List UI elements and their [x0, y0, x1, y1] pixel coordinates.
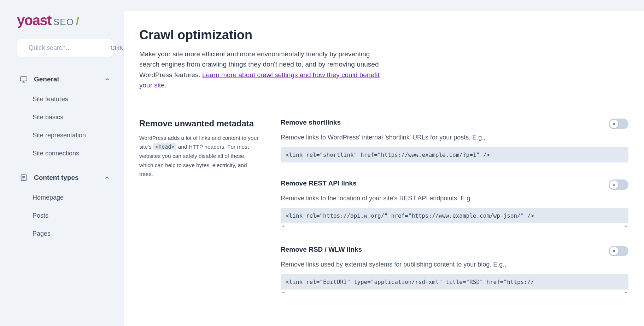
sidebar: yoast SEO / CtrlK General Site features …	[0, 0, 124, 326]
logo-slash: /	[76, 16, 79, 28]
toggle-remove-rsd-wlw[interactable]	[609, 246, 628, 256]
scroll-hint: ◂▸	[281, 290, 628, 295]
svg-rect-2	[21, 77, 27, 81]
setting-remove-shortlinks: Remove shortlinks Remove links to WordPr…	[281, 119, 628, 162]
nav-section-general: General Site features Site basics Site r…	[17, 71, 113, 162]
page-title: Crawl optimization	[139, 28, 628, 42]
logo-brand: yoast	[17, 12, 51, 28]
setting-remove-rsd-wlw: Remove RSD / WLW links Remove links used…	[281, 246, 628, 295]
section-title: Remove unwanted metadata	[139, 119, 259, 128]
toggle-knob	[610, 247, 618, 255]
logo: yoast SEO /	[17, 12, 113, 28]
search-input[interactable]	[29, 44, 111, 52]
sidebar-item-homepage[interactable]: Homepage	[17, 189, 113, 207]
setting-description: Remove links to the location of your sit…	[281, 194, 628, 203]
close-icon	[612, 122, 616, 126]
sidebar-item-pages[interactable]: Pages	[17, 225, 113, 243]
nav-header-general[interactable]: General	[17, 71, 113, 87]
nav-header-label: General	[34, 75, 104, 83]
chevron-up-icon	[104, 76, 110, 82]
nav-items-content-types: Homepage Posts Pages	[17, 189, 113, 243]
section-desc-code: <head>	[153, 143, 176, 150]
page-description: Make your site more efficient and more e…	[139, 49, 380, 91]
code-block: <link rel="shortlink" href="https://www.…	[281, 147, 628, 162]
nav-header-content-types[interactable]: Content types	[17, 170, 113, 186]
section-remove-metadata: Remove unwanted metadata WordPress adds …	[124, 105, 644, 325]
search-shortcut: CtrlK	[111, 45, 123, 51]
document-icon	[20, 174, 28, 182]
sidebar-item-site-basics[interactable]: Site basics	[17, 108, 113, 126]
page-description-suffix: .	[165, 81, 166, 89]
toggle-remove-shortlinks[interactable]	[609, 119, 628, 129]
sidebar-item-site-connections[interactable]: Site connections	[17, 144, 113, 162]
setting-description: Remove links to WordPress' internal 'sho…	[281, 133, 628, 142]
setting-remove-rest-api: Remove REST API links Remove links to th…	[281, 179, 628, 229]
code-block: <link rel="EditURI" type="application/rs…	[281, 274, 628, 290]
main-content: Crawl optimization Make your site more e…	[124, 11, 644, 326]
settings-list: Remove shortlinks Remove links to WordPr…	[281, 119, 628, 312]
setting-title: Remove REST API links	[281, 179, 357, 187]
close-icon	[612, 249, 616, 253]
sidebar-item-site-representation[interactable]: Site representation	[17, 126, 113, 144]
search-box[interactable]: CtrlK	[17, 39, 113, 57]
code-block: <link rel="https://api.w.org/" href="htt…	[281, 208, 628, 223]
toggle-remove-rest-api[interactable]	[609, 179, 628, 190]
toggle-knob	[610, 181, 618, 189]
setting-title: Remove RSD / WLW links	[281, 246, 362, 253]
setting-title: Remove shortlinks	[281, 119, 341, 126]
page-header: Crawl optimization Make your site more e…	[124, 11, 644, 105]
chevron-up-icon	[104, 175, 110, 181]
desktop-icon	[20, 75, 28, 83]
sidebar-item-site-features[interactable]: Site features	[17, 90, 113, 108]
close-icon	[612, 183, 616, 187]
section-description: WordPress adds a lot of links and conten…	[139, 133, 259, 179]
sidebar-item-posts[interactable]: Posts	[17, 207, 113, 225]
setting-description: Remove links used by external systems fo…	[281, 260, 628, 269]
nav-items-general: Site features Site basics Site represent…	[17, 90, 113, 162]
section-intro: Remove unwanted metadata WordPress adds …	[139, 119, 259, 312]
nav-header-label: Content types	[34, 174, 104, 182]
logo-suffix: SEO	[53, 17, 74, 28]
toggle-knob	[610, 120, 618, 128]
nav-section-content-types: Content types Homepage Posts Pages	[17, 170, 113, 243]
scroll-hint: ◂▸	[281, 223, 628, 229]
